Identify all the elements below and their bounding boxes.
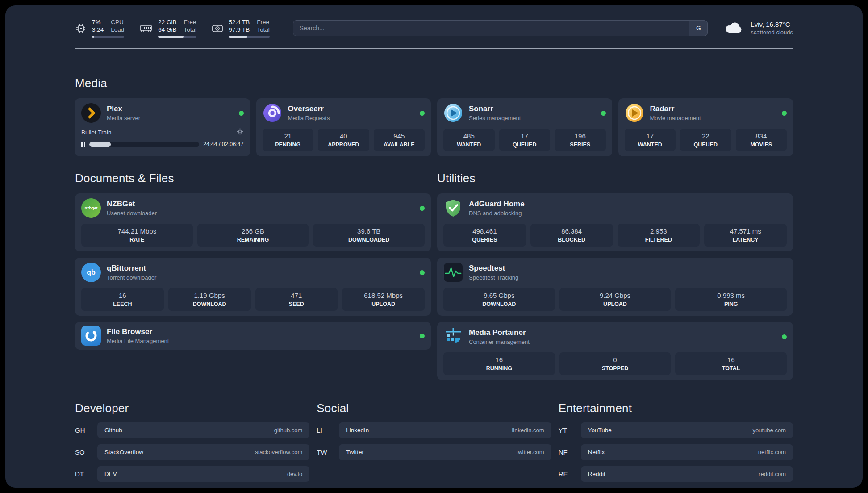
stat-tile: 17WANTED: [625, 129, 676, 151]
disk-bar: [229, 36, 270, 38]
app-card-adguard[interactable]: AdGuard Home DNS and adblocking 498,461Q…: [437, 193, 793, 251]
status-dot: [239, 111, 244, 116]
adguard-icon: [443, 198, 463, 218]
app-subtitle: Speedtest Tracking: [469, 274, 518, 281]
section-title-developer: Developer: [75, 401, 309, 415]
disk-widget: 52.4 TB Free 97.9 TB Total: [212, 19, 270, 38]
stat-tile: 834MOVIES: [736, 129, 787, 151]
bookmark-row: GH Githubgithub.com: [75, 422, 309, 438]
section-title-documents: Documents & Files: [75, 171, 431, 185]
bookmark-abbr: SO: [75, 448, 91, 456]
utilities-column: Utilities: [437, 171, 793, 380]
overseerr-icon: [263, 103, 282, 123]
bookmark-row: LI LinkedInlinkedin.com: [317, 422, 551, 438]
disk-total: 97.9 TB: [229, 26, 250, 33]
cpu-usage: 7%: [92, 19, 104, 25]
app-subtitle: Torrent downloader: [107, 274, 156, 281]
cpu-bar: [92, 36, 124, 38]
sonarr-icon: [443, 103, 463, 123]
app-subtitle: Media Requests: [288, 115, 330, 121]
section-title-social: Social: [317, 401, 551, 415]
memory-icon: [139, 19, 153, 38]
cpu-load-label: Load: [111, 26, 124, 33]
stat-tile: 485WANTED: [443, 129, 495, 151]
disk-free: 52.4 TB: [229, 19, 250, 25]
bookmark-row: DT DEVdev.to: [75, 466, 309, 482]
stat-tile: 22QUEUED: [680, 129, 731, 151]
bookmark-reddit[interactable]: Redditreddit.com: [581, 466, 793, 482]
memory-free: 22 GiB: [158, 19, 176, 25]
stat-tile: 40APPROVED: [318, 129, 369, 151]
section-title-entertainment: Entertainment: [559, 401, 793, 415]
bookmark-row: RE Redditreddit.com: [559, 466, 793, 482]
search-provider-button[interactable]: G: [689, 20, 708, 36]
section-title-utilities: Utilities: [437, 171, 793, 185]
bookmark-github[interactable]: Githubgithub.com: [97, 422, 309, 438]
bookmark-abbr: TW: [317, 448, 333, 456]
app-card-portainer[interactable]: Media Portainer Container management 16R…: [437, 322, 793, 380]
cloud-icon: [724, 20, 744, 36]
app-name: AdGuard Home: [469, 200, 525, 209]
bookmark-abbr: GH: [75, 426, 91, 434]
app-name: qBittorrent: [107, 264, 156, 273]
app-subtitle: Movie management: [650, 115, 701, 121]
pause-icon[interactable]: [81, 142, 85, 147]
bookmark-youtube[interactable]: YouTubeyoutube.com: [581, 422, 793, 438]
app-card-nzbget[interactable]: nzbget NZBGet Usenet downloader 744.21 M…: [75, 193, 431, 251]
app-card-sonarr[interactable]: Sonarr Series management 485WANTED 17QUE…: [437, 98, 612, 156]
stat-tile: 21PENDING: [263, 129, 314, 151]
app-name: Sonarr: [469, 104, 521, 113]
speedtest-icon: [443, 263, 463, 282]
status-dot: [420, 111, 425, 116]
stat-tile: 9.24 GbpsUPLOAD: [559, 288, 671, 311]
memory-widget: 22 GiB Free 64 GiB Total: [139, 19, 196, 38]
app-subtitle: Usenet downloader: [107, 210, 157, 217]
stat-tile: 17QUEUED: [499, 129, 551, 151]
bookmark-stackoverflow[interactable]: StackOverflowstackoverflow.com: [97, 444, 309, 460]
app-name: Plex: [107, 104, 140, 113]
playback-time: 24:44 / 02:06:47: [203, 141, 243, 147]
app-name: Radarr: [650, 104, 701, 113]
stat-tile: 471SEED: [255, 288, 338, 311]
disk-total-label: Total: [257, 26, 270, 33]
status-dot: [782, 334, 787, 339]
bookmark-row: YT YouTubeyoutube.com: [559, 422, 793, 438]
portainer-icon: [443, 327, 463, 347]
cpu-icon: [75, 19, 87, 38]
stat-tile: 1.19 GbpsDOWNLOAD: [168, 288, 251, 311]
status-dot: [420, 270, 425, 275]
topbar-divider: [75, 48, 793, 49]
memory-free-label: Free: [184, 19, 197, 25]
app-name: Speedtest: [469, 264, 518, 273]
search-input[interactable]: [293, 20, 708, 36]
app-card-radarr[interactable]: Radarr Movie management 17WANTED 22QUEUE…: [618, 98, 793, 156]
search-bar: G: [293, 20, 708, 36]
bookmark-group-developer: Developer GH Githubgithub.com SO StackOv…: [75, 401, 309, 482]
app-card-overseerr[interactable]: Overseerr Media Requests 21PENDING 40APP…: [256, 98, 431, 156]
stat-tile: 9.65 GbpsDOWNLOAD: [443, 288, 555, 311]
radarr-icon: [625, 103, 644, 123]
bookmark-netflix[interactable]: Netflixnetflix.com: [581, 444, 793, 460]
app-name: NZBGet: [107, 200, 157, 209]
bookmark-linkedin[interactable]: LinkedInlinkedin.com: [339, 422, 551, 438]
stat-tile: 2,953FILTERED: [618, 224, 700, 246]
app-card-qbittorrent[interactable]: qb qBittorrent Torrent downloader 16LEEC…: [75, 258, 431, 316]
media-grid: Plex Media server Bullet Train: [75, 98, 793, 156]
app-card-plex[interactable]: Plex Media server Bullet Train: [75, 98, 250, 156]
cpu-load: 3.24: [92, 26, 104, 33]
memory-total: 64 GiB: [158, 26, 176, 33]
app-subtitle: DNS and adblocking: [469, 210, 525, 217]
status-dot: [782, 111, 787, 116]
gear-icon[interactable]: [236, 128, 244, 137]
nzbget-icon: nzbget: [81, 198, 101, 218]
bookmark-twitter[interactable]: Twittertwitter.com: [339, 444, 551, 460]
app-card-speedtest[interactable]: Speedtest Speedtest Tracking 9.65 GbpsDO…: [437, 258, 793, 316]
bookmark-dev[interactable]: DEVdev.to: [97, 466, 309, 482]
weather-description: scattered clouds: [751, 29, 793, 36]
app-subtitle: Series management: [469, 115, 521, 121]
bookmark-abbr: RE: [559, 470, 575, 478]
app-subtitle: Container management: [469, 338, 530, 345]
disk-free-label: Free: [257, 19, 270, 25]
app-card-filebrowser[interactable]: File Browser Media File Management: [75, 322, 431, 350]
stat-tile: 47.571 msLATENCY: [704, 224, 787, 246]
